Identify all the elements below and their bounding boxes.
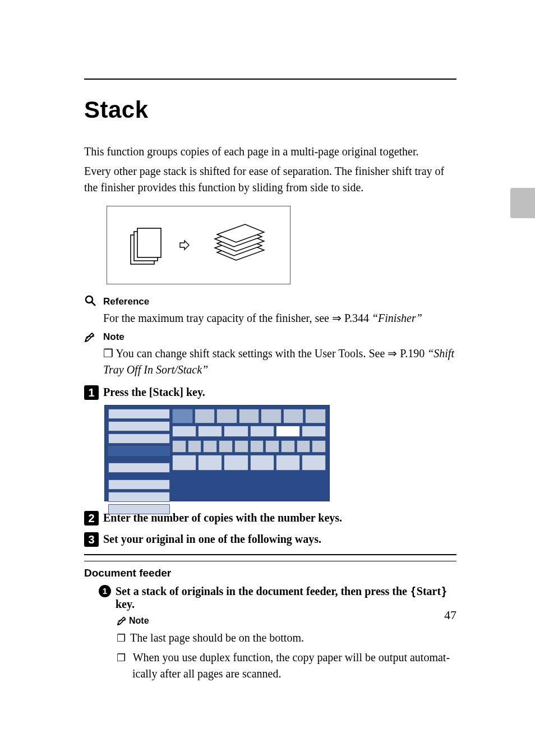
mini-button [108,409,170,419]
control-chip [219,440,233,453]
reference-heading: Reference [103,294,149,307]
paper-size-chip [261,409,282,423]
shifted-stack-icon [204,220,271,270]
step-number-2: 2 [84,511,99,525]
control-chip [188,440,202,453]
control-chip [281,440,295,453]
sub-note-list: The last page should be on the bottom. W… [117,630,456,682]
section-title: Document feeder [84,567,456,579]
illustration-stack [107,206,290,284]
step-number-3: 3 [84,532,99,547]
paper-size-chip [283,409,304,423]
step-3: 3 Set your original in one of the follow… [84,532,456,546]
paper-size-chip [239,409,260,423]
sub-note-heading: Note [129,616,149,626]
scale-chip [250,426,274,437]
scale-chip [276,426,300,437]
step-1: 1 Press the [Stack] key. [84,385,456,399]
svg-rect-2 [137,228,161,257]
control-chip [312,440,326,453]
magnifier-icon [84,294,103,309]
bottom-button [172,455,196,471]
page-number: 47 [444,608,456,623]
sub-note-item: When you use duplex function, the copy p… [117,649,456,682]
sub-step-1: 1 Set a stack of originals in the docume… [99,585,456,611]
bottom-button [302,455,326,471]
scale-chip [172,426,196,437]
control-chip [172,440,186,453]
bottom-button [276,455,300,471]
paper-size-chip [216,409,237,423]
pencil-note-icon [117,614,129,628]
note-text: ❒ You can change shift stack settings wi… [103,345,456,378]
bottom-button [198,455,222,471]
control-chip [250,440,264,453]
svg-point-8 [86,296,93,303]
paper-size-chip [305,409,326,423]
svg-line-9 [92,302,96,306]
scale-chip [302,426,326,437]
control-chip [203,440,217,453]
pages-pile-icon [126,223,165,268]
page-title: Stack [84,96,456,123]
note-heading: Note [103,330,124,343]
mini-button [108,434,170,444]
bottom-button [224,455,248,471]
scale-chip [224,426,248,437]
intro-paragraph-1: This function groups copies of each page… [84,144,456,160]
paper-size-chip [172,409,193,423]
sub-note-item: The last page should be on the bottom. [117,630,456,646]
side-thumb-tab [510,188,535,218]
control-chip [234,440,248,453]
pencil-note-icon [84,330,103,344]
control-chip [265,440,279,453]
intro-paragraph-2: Every other page stack is shifted for ea… [84,163,456,196]
step-number-1: 1 [84,385,99,400]
copier-panel-screenshot [104,405,330,501]
arrow-right-icon [179,239,190,251]
sub-bullet-1: 1 [99,585,111,597]
paper-size-chip [195,409,215,423]
mini-button [108,446,170,456]
mini-button [108,463,170,473]
control-chip [297,440,311,453]
reference-text: For the maximum tray capacity of the fin… [103,310,456,326]
page-top-rule [84,79,456,80]
scale-chip [198,426,222,437]
mini-button [108,421,170,431]
bottom-button [250,455,274,471]
mini-button [108,492,170,502]
section-divider: Document feeder [84,554,456,579]
mini-button [108,504,170,514]
mini-button [108,480,170,490]
